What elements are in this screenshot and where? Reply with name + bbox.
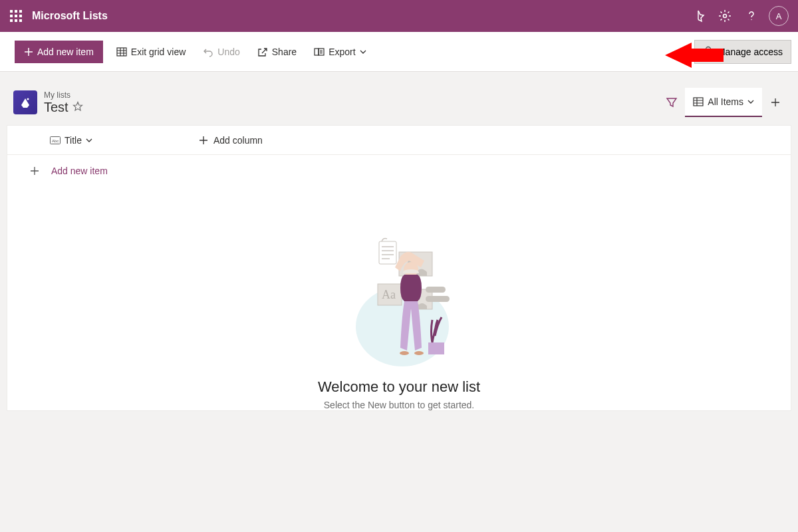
chevron-down-icon	[86, 137, 92, 144]
svg-rect-20	[379, 241, 396, 264]
chevron-down-icon	[747, 98, 754, 105]
svg-point-7	[27, 98, 29, 100]
avatar-initial: A	[776, 11, 782, 21]
svg-rect-8	[694, 98, 703, 106]
help-icon[interactable]	[738, 0, 765, 32]
svg-point-22	[400, 351, 409, 355]
settings-icon[interactable]	[712, 0, 738, 32]
list-header: My lists Test All Items	[0, 72, 798, 125]
view-selector[interactable]: All Items	[685, 88, 762, 117]
svg-rect-19	[426, 296, 450, 302]
add-new-row-label: Add new item	[51, 166, 108, 176]
list-icon	[13, 90, 37, 114]
svg-rect-2	[117, 48, 126, 56]
svg-text:Abc: Abc	[52, 138, 59, 142]
filter-icon[interactable]	[658, 89, 685, 116]
column-header-title-label: Title	[65, 135, 82, 146]
list-view-icon	[693, 96, 704, 107]
list-title: Test	[44, 100, 68, 115]
share-label: Share	[272, 47, 297, 57]
export-button[interactable]: Export	[310, 41, 370, 63]
column-headers-row: Abc Title Add column	[7, 126, 791, 155]
chevron-down-icon	[360, 49, 366, 55]
list-table: Abc Title Add column Add new item Aa	[7, 125, 791, 411]
share-button[interactable]: Share	[253, 41, 301, 63]
svg-rect-24	[428, 342, 444, 354]
svg-text:Aa: Aa	[382, 288, 396, 301]
add-new-item-label: Add new item	[37, 47, 94, 57]
add-column-button[interactable]: Add column	[199, 135, 263, 146]
empty-state-subtitle: Select the New button to get started.	[324, 400, 474, 410]
plus-icon	[30, 166, 39, 176]
svg-rect-18	[426, 287, 446, 293]
exit-grid-view-button[interactable]: Exit grid view	[112, 41, 190, 63]
view-label: All Items	[708, 96, 743, 107]
user-avatar[interactable]: A	[769, 6, 789, 26]
svg-point-0	[724, 15, 727, 18]
svg-rect-3	[315, 49, 319, 55]
favorite-star-icon[interactable]	[72, 101, 83, 114]
feedback-icon[interactable]	[685, 0, 712, 32]
svg-point-5	[706, 47, 710, 51]
undo-label: Undo	[217, 47, 239, 57]
breadcrumb[interactable]: My lists	[44, 90, 83, 100]
empty-state: Aa Welcome to your new list Selec	[7, 187, 791, 410]
exit-grid-view-label: Exit grid view	[131, 47, 186, 57]
undo-button[interactable]: Undo	[199, 41, 243, 63]
empty-state-illustration: Aa	[339, 233, 459, 366]
add-view-button[interactable]	[762, 89, 789, 116]
manage-access-button[interactable]: Manage access	[694, 40, 791, 64]
svg-point-1	[751, 19, 751, 20]
empty-state-title: Welcome to your new list	[318, 378, 480, 396]
app-title: Microsoft Lists	[32, 10, 108, 22]
manage-access-label: Manage access	[718, 47, 783, 57]
column-header-title[interactable]: Abc Title	[50, 135, 92, 146]
app-header: Microsoft Lists A	[0, 0, 798, 32]
app-launcher-icon[interactable]	[0, 0, 32, 32]
add-column-label: Add column	[213, 135, 263, 146]
add-new-row[interactable]: Add new item	[7, 155, 791, 187]
svg-point-23	[414, 351, 424, 355]
export-label: Export	[329, 47, 355, 57]
add-new-item-button[interactable]: Add new item	[15, 41, 103, 63]
command-bar: Add new item Exit grid view Undo Share E…	[0, 32, 798, 72]
